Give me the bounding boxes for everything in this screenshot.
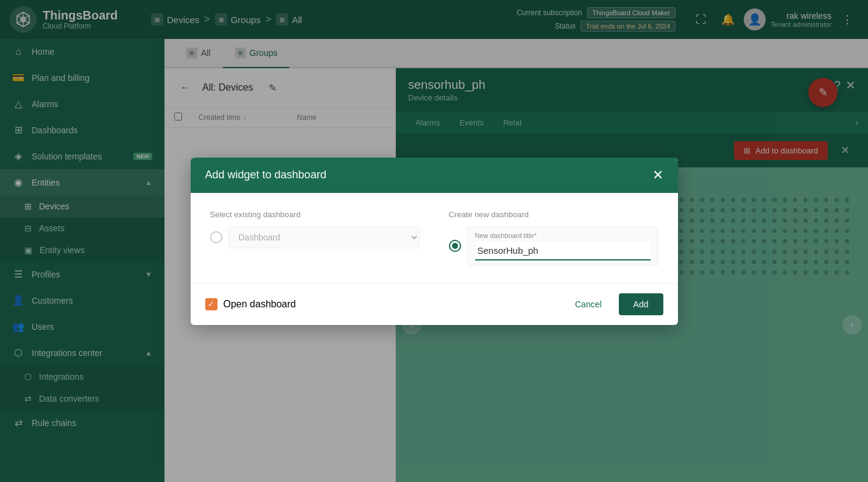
open-dashboard-checkbox[interactable]: ✓ bbox=[205, 298, 217, 310]
modal-title: Add widget to dashboard bbox=[205, 169, 326, 181]
modal-body: Select existing dashboard Dashboard Crea… bbox=[191, 193, 678, 283]
new-title-label: New dashboard title* bbox=[475, 232, 651, 239]
dashboard-select[interactable]: Dashboard bbox=[228, 226, 420, 248]
select-existing-input: Dashboard bbox=[228, 226, 420, 248]
select-existing-radio-row: Dashboard bbox=[210, 226, 420, 248]
create-new-col: Create new dashboard New dashboard title… bbox=[449, 210, 658, 266]
modal-footer: ✓ Open dashboard Cancel Add bbox=[191, 283, 678, 325]
cancel-button[interactable]: Cancel bbox=[565, 295, 612, 314]
open-dashboard-row: ✓ Open dashboard bbox=[205, 298, 296, 310]
create-new-radio[interactable] bbox=[449, 240, 461, 252]
new-dashboard-title-input[interactable] bbox=[475, 242, 651, 260]
modal-header: Add widget to dashboard ✕ bbox=[191, 158, 678, 193]
new-dashboard-field: New dashboard title* bbox=[467, 226, 658, 266]
select-existing-radio[interactable] bbox=[210, 231, 222, 243]
modal-close-button[interactable]: ✕ bbox=[652, 169, 663, 182]
add-widget-modal: Add widget to dashboard ✕ Select existin… bbox=[191, 158, 678, 325]
modal-overlay: Add widget to dashboard ✕ Select existin… bbox=[0, 0, 868, 482]
new-dashboard-input-area: New dashboard title* bbox=[467, 226, 658, 266]
create-new-radio-row: New dashboard title* bbox=[449, 226, 658, 266]
select-existing-label: Select existing dashboard bbox=[210, 210, 420, 219]
create-new-label: Create new dashboard bbox=[449, 210, 658, 219]
select-existing-col: Select existing dashboard Dashboard bbox=[210, 210, 420, 266]
open-dashboard-label: Open dashboard bbox=[224, 299, 296, 310]
footer-buttons: Cancel Add bbox=[565, 293, 663, 315]
add-button[interactable]: Add bbox=[619, 293, 663, 315]
